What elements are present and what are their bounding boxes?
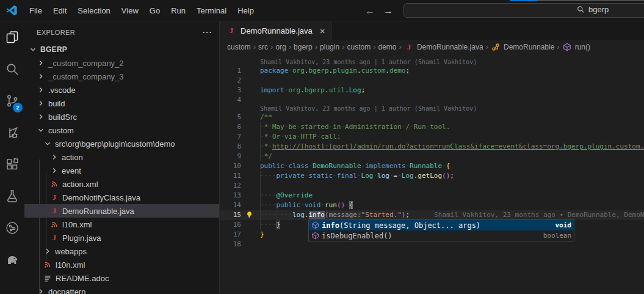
code-line-1[interactable]: 1package·org.bgerp.plugin.custom.demo; [220,66,644,76]
tree-item-buildsrc[interactable]: buildSrc [24,110,219,123]
code-line-5[interactable]: 5/** [220,112,644,122]
tree-item-demorunnable-java[interactable]: JDemoRunnable.java [24,204,219,218]
code-token: } [277,221,281,229]
suggestion-isdebugenabled-[interactable]: isDebugEnabled()boolean [309,230,574,241]
line-number[interactable]: 2 [220,76,245,86]
code-line-2[interactable]: 2 [220,76,644,86]
line-number[interactable]: 4 [220,95,245,105]
tree-item-bgerp[interactable]: BGERP [24,43,219,56]
line-number[interactable]: 18 [220,240,245,249]
source-control-badge: 2 [13,103,23,112]
tree-item--custom-company-3[interactable]: _custom_company_3 [24,70,219,83]
tree-item-event[interactable]: event [24,164,219,177]
code-line-14[interactable]: 14····public·void·run()·{ [220,200,644,210]
breadcrumb-item-demorunnable-java[interactable]: JDemoRunnable.java [404,42,483,52]
explorer-icon[interactable] [0,21,24,53]
code-line-6[interactable]: 6·*·May·be·started·in·Administration·/·R… [220,122,644,132]
menu-help[interactable]: Help [232,4,259,18]
tab-label: DemoRunnable.java [241,26,313,35]
source-control-icon[interactable]: 2 [0,85,24,117]
tree-item-plugin-java[interactable]: JPlugin.java [24,231,219,244]
code-line-3[interactable]: 3import·org.bgerp.util.Log; [220,86,644,95]
tree-item-l10n-xml[interactable]: l10n.xml [24,258,219,271]
line-number[interactable]: 7 [220,132,245,142]
breadcrumb-item-demo[interactable]: demo [378,43,397,51]
breadcrumb-item-org[interactable]: org [275,43,286,51]
breadcrumb-item-run-[interactable]: run() [562,42,590,52]
search-icon[interactable] [0,53,24,85]
line-number[interactable]: 17 [220,230,245,240]
tree-item-action-xml[interactable]: action.xml [24,177,219,191]
tree-item-action[interactable]: action [24,150,219,164]
gradle-icon[interactable] [0,244,24,276]
breadcrumb-item-custom[interactable]: custom [347,43,371,51]
code-token: Log [349,86,361,94]
code-line-13[interactable]: 13····@Override [220,191,644,200]
code-line-8[interactable]: 8·*·http://[host]:[port]/admin/run.do?ac… [220,142,644,152]
breadcrumb-item-custom[interactable]: custom [227,43,251,51]
java-file-icon: J [49,233,59,243]
line-number[interactable]: 11 [220,171,245,181]
menu-go[interactable]: Go [144,4,165,18]
tree-item-webapps[interactable]: webapps [24,244,219,258]
command-center-search[interactable]: bgerp [403,3,644,18]
tab-demorunnable-java[interactable]: J DemoRunnable.java × [220,21,332,40]
line-number[interactable]: 8 [220,142,245,152]
menu-terminal[interactable]: Terminal [191,4,232,18]
suggestion-return-type: void [555,221,572,229]
lightbulb-icon[interactable] [245,210,260,220]
menu-selection[interactable]: Selection [72,4,115,18]
menu-edit[interactable]: Edit [48,4,72,18]
tree-item-build[interactable]: build [24,97,219,110]
line-number[interactable]: 16 [220,220,245,230]
menu-file[interactable]: File [24,4,48,18]
tree-item-custom[interactable]: custom [24,123,219,137]
code-line-12[interactable]: 12 [220,181,644,191]
tree-item-demonotifyclass-java[interactable]: JDemoNotifyClass.java [24,191,219,204]
code-line-10[interactable]: 10public·class·DemoRunnable·implements·R… [220,161,644,171]
menu-view[interactable]: View [116,4,144,18]
line-number[interactable]: 15 [220,210,245,220]
code-editor[interactable]: Shamil Vakhitov, 23 months ago | 1 autho… [220,54,644,294]
line-number[interactable]: 14 [220,200,245,210]
tree-item-src-org-bgerp-plugin-custom-demo[interactable]: src\org\bgerp\plugin\custom\demo [24,137,219,150]
tree-item-l10n-xml[interactable]: l10n.xml [24,218,219,231]
line-number[interactable]: 6 [220,122,245,132]
suggestion-info[interactable]: info(String message, Object... args)void [309,220,574,230]
menu-run[interactable]: Run [165,4,191,18]
line-number[interactable]: 10 [220,161,245,171]
line-number[interactable]: 12 [220,181,245,191]
line-number[interactable]: 5 [220,112,245,122]
code-line-11[interactable]: 11····private·static·final·Log·log·=·Log… [220,171,644,181]
editor-pane[interactable]: J DemoRunnable.java × custom›src›org›bge… [220,21,644,294]
code-line-4[interactable]: 4 [220,95,644,105]
breadcrumb-item-demorunnable[interactable]: DemoRunnable [491,42,554,52]
tab-close-icon[interactable]: × [320,26,325,36]
line-number[interactable]: 9 [220,152,245,161]
tree-item--custom-company-2[interactable]: _custom_company_2 [24,56,219,70]
code-token: run [325,201,337,209]
testing-icon[interactable] [0,180,24,212]
breadcrumb-item-plugin[interactable]: plugin [320,43,339,51]
more-actions-icon[interactable]: ⋯ [195,26,219,38]
nav-back-icon[interactable]: ← [365,6,375,17]
breadcrumb-item-src[interactable]: src [258,43,268,51]
tree-item-readme-adoc[interactable]: README.adoc [24,271,219,285]
code-line-7[interactable]: 7·*·Or·via·HTTP·call: [220,132,644,142]
code-line-15[interactable]: 15········log.info(message:"Started.");S… [220,210,644,220]
code-line-9[interactable]: 9·*/ [220,152,644,161]
extensions-icon[interactable] [0,149,24,180]
tree-item--vscode[interactable]: .vscode [24,83,219,97]
run-and-debug-icon[interactable] [0,117,24,149]
java-projects-icon[interactable] [0,212,24,244]
breadcrumb-item-bgerp[interactable]: bgerp [294,43,313,51]
tree-item-label: l10n.xml [53,260,85,270]
code-content: ·*·May·be·started·in·Administration·/·Ru… [260,122,644,132]
line-number[interactable]: 3 [220,86,245,95]
line-number[interactable]: 1 [220,66,245,76]
code-token: message: [329,211,361,219]
tree-item-docpattern[interactable]: docpattern [24,285,219,294]
line-number[interactable]: 13 [220,191,245,200]
code-token: org [288,86,300,94]
nav-forward-icon[interactable]: → [383,6,393,17]
